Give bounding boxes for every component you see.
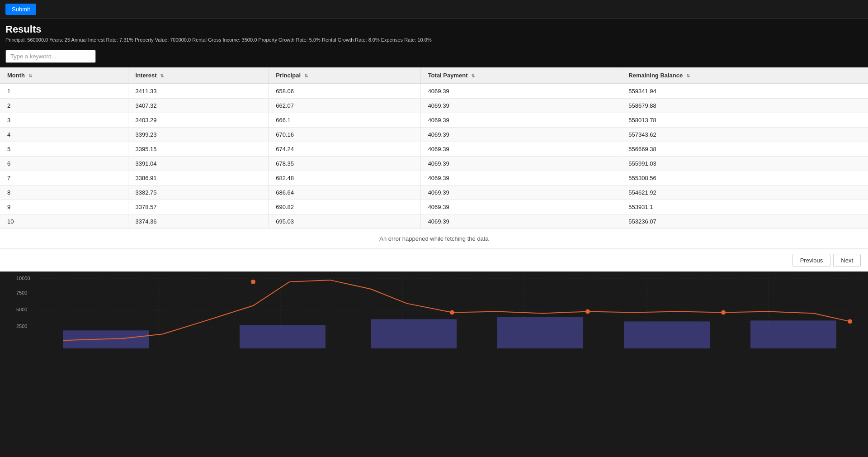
previous-button[interactable]: Previous [793, 254, 831, 267]
cell-principal: 674.24 [269, 142, 420, 157]
search-bar-wrap [0, 50, 868, 67]
data-point-3 [585, 309, 590, 314]
cell-interest: 3378.57 [128, 200, 269, 214]
cell-total_payment: 4069.39 [420, 214, 621, 229]
bar-3 [371, 319, 457, 348]
cell-principal: 662.07 [269, 99, 420, 113]
cell-month: 2 [0, 99, 128, 113]
cell-total_payment: 4069.39 [420, 200, 621, 214]
sort-icon-balance: ⇅ [686, 73, 690, 78]
cell-month: 9 [0, 200, 128, 214]
bar-6 [750, 320, 836, 348]
cell-interest: 3399.23 [128, 128, 269, 142]
data-point-1 [251, 280, 255, 284]
cell-interest: 3403.29 [128, 113, 269, 128]
cell-interest: 3374.36 [128, 214, 269, 229]
table-row: 83382.75686.644069.39554621.92 [0, 186, 868, 200]
chart-container: 10000 7500 5000 2500 [0, 271, 868, 351]
bar-4 [497, 317, 583, 348]
cell-principal: 686.64 [269, 186, 420, 200]
sort-icon-month: ⇅ [28, 73, 32, 78]
results-title: Results [5, 24, 863, 35]
cell-remaining_balance: 555991.03 [621, 157, 868, 171]
y-label-5000: 5000 [16, 307, 27, 313]
cell-month: 1 [0, 84, 128, 99]
data-point-2 [450, 310, 454, 315]
cell-remaining_balance: 553931.1 [621, 200, 868, 214]
y-label-2500: 2500 [16, 324, 27, 329]
table-row: 33403.29666.14069.39558013.78 [0, 113, 868, 128]
results-section: Results Principal: 560000.0 Years: 25 An… [0, 19, 868, 50]
cell-remaining_balance: 558679.88 [621, 99, 868, 113]
search-input[interactable] [5, 50, 96, 63]
table-container: Month ⇅ Interest ⇅ Principal ⇅ Total Pay… [0, 67, 868, 249]
col-interest[interactable]: Interest ⇅ [128, 67, 269, 84]
col-principal[interactable]: Principal ⇅ [269, 67, 420, 84]
chart-svg: 10000 7500 5000 2500 [0, 272, 868, 351]
cell-remaining_balance: 555308.56 [621, 171, 868, 186]
next-button[interactable]: Next [833, 254, 861, 267]
cell-total_payment: 4069.39 [420, 186, 621, 200]
data-point-5 [848, 319, 852, 324]
cell-remaining_balance: 553236.07 [621, 214, 868, 229]
cell-total_payment: 4069.39 [420, 157, 621, 171]
y-label-7500: 7500 [16, 290, 27, 295]
top-bar: Submit [0, 0, 868, 19]
table-row: 63391.04678.354069.39555991.03 [0, 157, 868, 171]
cell-interest: 3407.32 [128, 99, 269, 113]
table-row: 103374.36695.034069.39553236.07 [0, 214, 868, 229]
cell-principal: 690.82 [269, 200, 420, 214]
table-header-row: Month ⇅ Interest ⇅ Principal ⇅ Total Pay… [0, 67, 868, 84]
table-row: 13411.33658.064069.39559341.94 [0, 84, 868, 99]
cell-month: 6 [0, 157, 128, 171]
sort-icon-total: ⇅ [471, 73, 475, 78]
cell-interest: 3411.33 [128, 84, 269, 99]
data-table: Month ⇅ Interest ⇅ Principal ⇅ Total Pay… [0, 67, 868, 249]
sort-icon-interest: ⇅ [160, 73, 164, 78]
cell-principal: 666.1 [269, 113, 420, 128]
cell-total_payment: 4069.39 [420, 99, 621, 113]
cell-total_payment: 4069.39 [420, 128, 621, 142]
cell-month: 7 [0, 171, 128, 186]
sort-icon-principal: ⇅ [304, 73, 308, 78]
col-remaining-balance[interactable]: Remaining Balance ⇅ [621, 67, 868, 84]
cell-month: 3 [0, 113, 128, 128]
cell-month: 5 [0, 142, 128, 157]
cell-remaining_balance: 557343.62 [621, 128, 868, 142]
cell-principal: 678.35 [269, 157, 420, 171]
cell-total_payment: 4069.39 [420, 171, 621, 186]
table-body: 13411.33658.064069.39559341.9423407.3266… [0, 84, 868, 249]
cell-principal: 695.03 [269, 214, 420, 229]
table-row: 53395.15674.244069.39556669.38 [0, 142, 868, 157]
cell-interest: 3382.75 [128, 186, 269, 200]
cell-remaining_balance: 556669.38 [621, 142, 868, 157]
cell-total_payment: 4069.39 [420, 113, 621, 128]
bar-2 [240, 325, 326, 348]
cell-remaining_balance: 554621.92 [621, 186, 868, 200]
col-month[interactable]: Month ⇅ [0, 67, 128, 84]
error-row: An error happened while fetching the dat… [0, 229, 868, 249]
error-message: An error happened while fetching the dat… [0, 229, 868, 249]
cell-month: 8 [0, 186, 128, 200]
cell-principal: 658.06 [269, 84, 420, 99]
cell-interest: 3386.91 [128, 171, 269, 186]
cell-total_payment: 4069.39 [420, 84, 621, 99]
col-total-payment[interactable]: Total Payment ⇅ [420, 67, 621, 84]
y-label-10000: 10000 [16, 276, 30, 281]
submit-button[interactable]: Submit [5, 4, 36, 15]
cell-interest: 3395.15 [128, 142, 269, 157]
bar-5 [624, 321, 710, 348]
results-params: Principal: 560000.0 Years: 25 Annual Int… [5, 37, 863, 43]
cell-remaining_balance: 558013.78 [621, 113, 868, 128]
table-row: 73386.91682.484069.39555308.56 [0, 171, 868, 186]
cell-month: 10 [0, 214, 128, 229]
pagination-bar: Previous Next [0, 249, 868, 271]
cell-principal: 670.16 [269, 128, 420, 142]
cell-remaining_balance: 559341.94 [621, 84, 868, 99]
table-row: 93378.57690.824069.39553931.1 [0, 200, 868, 214]
cell-interest: 3391.04 [128, 157, 269, 171]
table-row: 23407.32662.074069.39558679.88 [0, 99, 868, 113]
data-point-4 [721, 310, 726, 315]
cell-total_payment: 4069.39 [420, 142, 621, 157]
table-row: 43399.23670.164069.39557343.62 [0, 128, 868, 142]
